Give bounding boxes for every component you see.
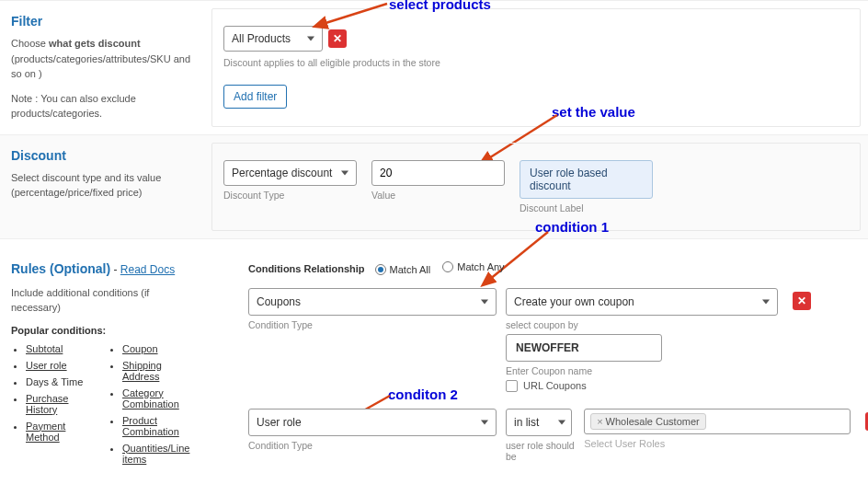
popular-conditions-lists: Subtotal User role Days & Time Purchase … (11, 343, 200, 470)
cond2-type-select[interactable]: User role (248, 409, 497, 436)
filter-desc: Choose what gets discount (products/cate… (11, 36, 200, 82)
radio-unchecked-icon (442, 261, 453, 272)
rules-left: Rules (Optional) - Read Docs Include add… (0, 245, 211, 483)
cond1-coupon-code-input[interactable]: NEWOFFER (506, 334, 662, 362)
cond1-coupon-code-label: Enter Coupon name (506, 365, 778, 376)
close-icon: ✕ (333, 32, 342, 45)
section-discount: set the value Discount Select discount t… (0, 134, 868, 238)
discount-right: Percentage discount Discount Type Value … (211, 143, 861, 231)
filter-left: Filter Choose what gets discount (produc… (0, 1, 211, 134)
discount-label-badge[interactable]: User role based discount (520, 160, 653, 199)
cond2-placeholder: Select User Roles (584, 438, 851, 449)
annotation-select-products: select products (389, 0, 491, 12)
cond2-type-label: Condition Type (248, 440, 497, 451)
cond1-url-coupons-checkbox[interactable] (506, 380, 518, 392)
cond2-op-select[interactable]: in list (506, 409, 572, 436)
cond1-url-coupons-label: URL Coupons (523, 380, 587, 391)
filter-title: Filter (11, 14, 200, 29)
cond1-coupon-mode-label: select coupon by (506, 319, 778, 330)
cond-user-role[interactable]: User role (26, 360, 86, 371)
section-filter: Filter Choose what gets discount (produc… (0, 0, 868, 134)
cond-payment-method[interactable]: Payment Method (26, 421, 86, 443)
condition-row-1: Coupons Condition Type Create your own c… (248, 288, 868, 392)
close-icon: ✕ (797, 294, 806, 307)
rules-title: Rules (Optional) (11, 261, 110, 276)
filter-hint: Discount applies to all eligible product… (223, 57, 849, 68)
cond2-op-label: user role should be (506, 440, 575, 462)
discount-badge-label: Discount Label (520, 202, 653, 213)
cond2-user-roles-field[interactable]: Wholesale Customer (584, 409, 851, 434)
cond-shipping-address[interactable]: Shipping Address (122, 360, 200, 382)
discount-value-label: Value (371, 190, 505, 201)
cond1-coupon-mode-select[interactable]: Create your own coupon (506, 288, 778, 316)
radio-match-any[interactable]: Match Any (442, 261, 504, 272)
filter-right: All Products ✕ Discount applies to all e… (211, 8, 861, 127)
discount-value-input[interactable] (371, 160, 505, 186)
cond-days-time[interactable]: Days & Time (26, 376, 86, 387)
cond-subtotal[interactable]: Subtotal (26, 343, 86, 354)
discount-desc: Select discount type and its value (perc… (11, 170, 200, 201)
cond-coupon[interactable]: Coupon (122, 343, 200, 354)
svg-line-0 (323, 4, 387, 24)
cond1-delete-button[interactable]: ✕ (793, 292, 811, 310)
condition-row-2: User role Condition Type in list user ro… (248, 409, 868, 462)
filter-products-select[interactable]: All Products (223, 26, 323, 52)
add-filter-button[interactable]: Add filter (223, 85, 287, 109)
cond1-type-label: Condition Type (248, 319, 497, 330)
filter-note: Note : You can also exclude products/cat… (11, 91, 200, 121)
discount-left: Discount Select discount type and its va… (0, 135, 211, 238)
section-rules: condition 1 Rules (Optional) - Read Docs… (0, 238, 868, 483)
discount-title: Discount (11, 148, 200, 163)
discount-type-select[interactable]: Percentage discount (223, 160, 357, 186)
read-docs-link[interactable]: Read Docs (120, 263, 175, 276)
filter-delete-button[interactable]: ✕ (328, 29, 347, 48)
radio-checked-icon (375, 264, 386, 275)
cond-qty-line[interactable]: Quantities/Line items (122, 443, 200, 465)
popular-conditions-label: Popular conditions: (11, 325, 200, 336)
radio-match-all[interactable]: Match All (375, 264, 431, 275)
cond1-type-select[interactable]: Coupons (248, 288, 497, 316)
discount-type-label: Discount Type (223, 190, 357, 201)
rules-desc: Include additional conditions (if necess… (11, 285, 200, 316)
cond-product-combo[interactable]: Product Combination (122, 415, 200, 437)
conditions-relationship: Conditions Relationship Match All Match … (248, 261, 868, 275)
cond2-token[interactable]: Wholesale Customer (590, 413, 706, 430)
cond-category-combo[interactable]: Category Combination (122, 387, 200, 409)
cond-purchase-history[interactable]: Purchase History (26, 393, 86, 415)
rules-right: Conditions Relationship Match All Match … (211, 245, 868, 483)
